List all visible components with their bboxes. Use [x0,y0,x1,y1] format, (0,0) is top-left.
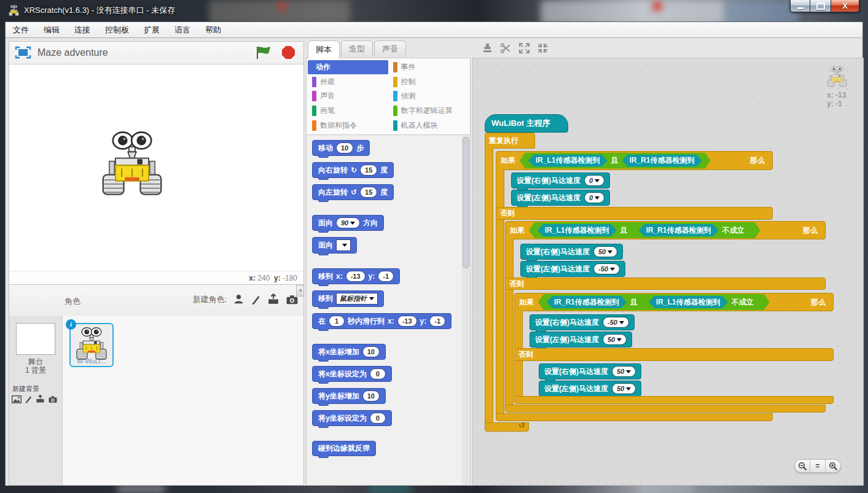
category-1[interactable]: 动作 [308,60,388,74]
if-block-2-else-bar[interactable]: 否则 [505,278,826,290]
block-number-input[interactable]: -13 [346,271,366,282]
palette-scrollbar[interactable] [462,136,469,486]
block-number-input[interactable]: -1 [378,271,394,282]
stage-canvas[interactable] [9,64,303,271]
delete-scissors-icon[interactable] [500,42,512,54]
block-number-input[interactable]: 0 [370,413,386,424]
project-title[interactable]: Maze adventure [37,47,108,58]
category-7[interactable]: 控制 [389,75,469,89]
sensor-block-ir-l1[interactable]: IR_L1传感器检测到 [528,155,608,167]
palette-block[interactable]: 面向90方向 [312,215,384,231]
and-operator-block[interactable]: IR_L1传感器检测到 且 IR_R1传感器检测到 [520,153,711,169]
menu-connect[interactable]: 连接 [67,22,98,38]
palette-block[interactable]: 面向 [312,237,357,254]
tab-scripts[interactable]: 脚本 [308,41,340,58]
palette-block[interactable]: 将y坐标增加10 [312,388,386,404]
block-number-input[interactable]: -13 [397,316,417,327]
menu-file[interactable]: 文件 [6,22,36,38]
motor-speed-dropdown[interactable]: 50 [593,246,617,257]
set-motor-block[interactable]: 设置(右侧)马达速度 50 [539,363,641,379]
duplicate-stamp-icon[interactable] [482,42,493,54]
palette-block[interactable]: 在1秒内滑行到x:-13y:-1 [312,313,452,329]
menu-board[interactable]: 控制板 [98,22,136,38]
palette-block[interactable]: 移到鼠标指针 [312,290,384,307]
upload-sprite-icon[interactable] [267,293,280,305]
panel-splitter-handle[interactable]: ◂ [296,285,304,297]
motor-speed-dropdown[interactable]: -50 [603,317,629,328]
motor-speed-dropdown[interactable]: 0 [584,175,604,186]
sensor-block-ir-r1[interactable]: IR_R1传感器检测到 [622,155,702,167]
category-6[interactable]: 事件 [389,60,469,74]
stop-icon[interactable] [282,46,295,59]
category-8[interactable]: 侦测 [389,90,469,104]
palette-block[interactable]: 向右旋转↻15度 [312,162,394,178]
set-motor-block[interactable]: 设置(左侧)马达速度 0 [511,190,610,206]
block-number-input[interactable]: 15 [360,187,377,198]
block-number-input[interactable]: 10 [362,346,380,357]
category-3[interactable]: 声音 [308,90,388,104]
backdrop-library-icon[interactable] [12,395,22,403]
category-5[interactable]: 数据和指令 [308,118,388,133]
hat-block-wulibot-main[interactable]: WuLiBot 主程序 [485,114,568,133]
block-dropdown[interactable] [336,239,351,251]
tab-costumes[interactable]: 造型 [341,41,373,57]
fullscreen-icon[interactable] [15,46,31,59]
menu-help[interactable]: 帮助 [198,22,229,38]
motor-speed-dropdown[interactable]: 50 [612,366,636,377]
zoom-out-button[interactable] [794,459,810,473]
set-motor-block[interactable]: 设置(右侧)马达速度 50 [520,244,623,260]
set-motor-block[interactable]: 设置(左侧)马达速度 -50 [520,261,625,277]
zoom-in-button[interactable] [826,459,841,473]
maximize-button[interactable] [810,0,831,12]
block-number-input[interactable]: 10 [336,142,353,153]
tab-sounds[interactable]: 声音 [374,41,406,57]
zoom-reset-button[interactable]: = [810,459,826,473]
menu-language[interactable]: 语言 [167,22,198,38]
if-block-3-close-bar[interactable] [514,396,834,404]
if-block-1-close-bar[interactable] [496,413,773,421]
upload-backdrop-icon[interactable] [36,395,45,403]
category-2[interactable]: 外观 [308,75,388,89]
palette-block[interactable]: 将x坐标增加10 [312,344,386,360]
block-number-input[interactable]: 15 [360,165,377,176]
set-motor-block[interactable]: 设置(左侧)马达速度 50 [530,332,632,347]
if-block-2-close-bar[interactable] [505,405,826,413]
motor-speed-dropdown[interactable]: -50 [593,263,620,274]
camera-backdrop-icon[interactable] [48,395,58,403]
not-operator-block[interactable]: IR_L1传感器检测到 不成立 [641,295,761,309]
shrink-icon[interactable] [537,42,549,54]
paint-backdrop-icon[interactable] [25,395,33,403]
new-sprite-library-icon[interactable] [233,293,244,305]
palette-block[interactable]: 移动10步 [312,140,370,156]
stage-sprite-robot[interactable] [101,130,163,196]
and-operator-block[interactable]: IR_R1传感器检测到 且 IR_L1传感器检测到 不成立 [538,294,770,310]
green-flag-icon[interactable] [256,45,272,60]
sensor-block-ir-l1[interactable]: IR_L1传感器检测到 [538,224,617,236]
menu-edit[interactable]: 编辑 [36,22,67,38]
forever-block-arm[interactable] [485,148,493,422]
sensor-block-ir-r1[interactable]: IR_R1传感器检测到 [547,296,627,308]
if-block-1-header[interactable]: 如果 IR_L1传感器检测到 且 IR_R1传感器检测到 那么 [496,151,773,170]
if-block-2-arm[interactable] [505,239,514,405]
palette-block[interactable]: 将y坐标设定为0 [312,410,392,426]
sensor-block-ir-l1[interactable]: IR_L1传感器检测到 [649,296,728,308]
if-block-1-else-bar[interactable]: 否则 [496,207,773,220]
minimize-button[interactable] [790,0,810,12]
palette-block[interactable]: 碰到边缘就反弹 [312,441,376,456]
paint-new-sprite-icon[interactable] [251,293,261,305]
set-motor-block[interactable]: 设置(右侧)马达速度 0 [511,173,610,188]
palette-block[interactable]: 移到x:-13y:-1 [312,268,400,284]
category-9[interactable]: 数字和逻辑运算 [389,104,469,118]
block-dropdown[interactable]: 90 [336,217,360,228]
menu-extensions[interactable]: 扩展 [136,22,167,38]
block-number-input[interactable]: 10 [362,390,380,402]
grow-icon[interactable] [518,42,530,54]
category-10[interactable]: 机器人模块 [389,118,469,133]
block-number-input[interactable]: 1 [329,316,345,327]
stage-thumbnail[interactable] [16,323,55,355]
and-operator-block[interactable]: IR_L1传感器检测到 且 IR_R1传感器检测到 不成立 [529,222,760,238]
motor-speed-dropdown[interactable]: 50 [603,334,627,345]
set-motor-block[interactable]: 设置(左侧)马达速度 50 [539,381,641,397]
block-number-input[interactable]: 0 [370,368,386,379]
forever-block-header[interactable]: 重复执行 [485,133,535,149]
